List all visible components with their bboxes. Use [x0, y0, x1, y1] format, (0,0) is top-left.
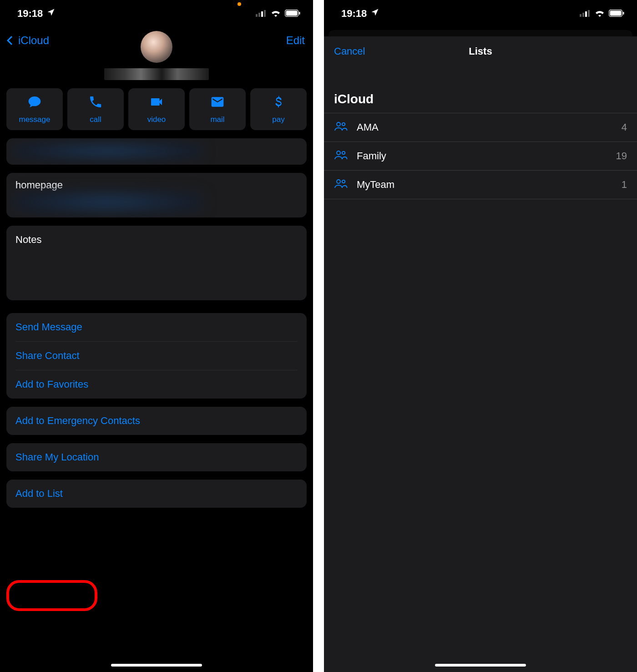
quick-actions-row: message call video mail pay [0, 88, 313, 130]
qa-label: mail [210, 115, 224, 124]
dollar-icon [271, 95, 286, 111]
recording-indicator-icon [238, 2, 241, 6]
svg-point-14 [337, 122, 340, 126]
phone-icon [88, 95, 103, 111]
notes-label: Notes [15, 234, 41, 245]
svg-rect-8 [582, 13, 584, 17]
redacted-field [6, 138, 307, 165]
back-label: iCloud [18, 34, 49, 47]
avatar[interactable] [141, 31, 172, 63]
home-indicator[interactable] [111, 664, 202, 667]
svg-point-17 [342, 152, 345, 154]
phone-contact-detail: 19:18 iCloud Edit [0, 0, 313, 672]
status-bar: 19:18 [0, 0, 313, 27]
homepage-value-redacted [12, 191, 203, 213]
send-message-button[interactable]: Send Message [6, 313, 307, 341]
pay-button[interactable]: pay [250, 88, 307, 130]
status-time: 19:18 [17, 8, 43, 20]
add-to-list-button[interactable]: Add to List [6, 480, 307, 508]
svg-rect-0 [256, 14, 258, 17]
qa-label: pay [272, 115, 284, 124]
svg-rect-3 [264, 10, 266, 17]
homepage-field[interactable]: homepage [6, 173, 307, 217]
battery-icon [609, 8, 624, 20]
mail-icon [210, 95, 225, 111]
svg-rect-1 [258, 13, 260, 17]
home-indicator[interactable] [435, 664, 526, 667]
message-icon [27, 95, 42, 111]
add-emergency-contact-button[interactable]: Add to Emergency Contacts [6, 407, 307, 435]
chevron-left-icon [7, 36, 16, 45]
wifi-icon [594, 8, 605, 20]
svg-rect-5 [286, 11, 298, 16]
list-item-label: MyTeam [357, 179, 612, 191]
location-arrow-icon [46, 8, 56, 20]
cellular-signal-icon [580, 8, 591, 20]
actions-group-1: Send Message Share Contact Add to Favori… [6, 313, 307, 399]
cellular-signal-icon [256, 8, 267, 20]
notes-field[interactable]: Notes [6, 226, 307, 300]
qa-label: call [90, 115, 101, 124]
message-button[interactable]: message [6, 88, 63, 130]
add-to-list-group: Add to List [6, 480, 307, 508]
sheet-header: Cancel Lists [324, 36, 637, 66]
group-icon [334, 179, 348, 191]
battery-icon [285, 8, 300, 20]
qa-label: message [19, 115, 51, 124]
status-bar: 19:18 [324, 0, 637, 27]
section-header-icloud: iCloud [324, 66, 637, 113]
call-button[interactable]: call [67, 88, 124, 130]
list-item-family[interactable]: Family 19 [324, 141, 637, 170]
wifi-icon [270, 8, 281, 20]
homepage-label: homepage [15, 179, 298, 191]
svg-point-16 [337, 151, 340, 155]
svg-point-19 [342, 180, 345, 183]
svg-rect-12 [610, 11, 622, 16]
share-location-group: Share My Location [6, 443, 307, 471]
list-item-label: Family [357, 150, 607, 162]
svg-rect-13 [623, 12, 624, 15]
status-time: 19:18 [341, 8, 367, 20]
share-my-location-button[interactable]: Share My Location [6, 443, 307, 471]
sheet-title: Lists [469, 45, 492, 57]
video-button[interactable]: video [128, 88, 185, 130]
svg-rect-6 [299, 12, 300, 15]
list-item-myteam[interactable]: MyTeam 1 [324, 170, 637, 199]
location-arrow-icon [370, 8, 379, 20]
back-button[interactable]: iCloud [8, 34, 49, 47]
video-icon [149, 95, 164, 111]
list-item-count: 1 [622, 179, 627, 191]
phone-lists-sheet: 19:18 Cancel Lists iCloud [324, 0, 637, 672]
list-item-count: 4 [622, 121, 627, 133]
edit-button[interactable]: Edit [286, 34, 305, 47]
svg-rect-7 [580, 14, 581, 17]
group-icon [334, 121, 348, 133]
svg-point-15 [342, 123, 345, 126]
emergency-group: Add to Emergency Contacts [6, 407, 307, 435]
cancel-button[interactable]: Cancel [334, 45, 365, 57]
contact-name-redacted [104, 68, 209, 80]
list-item-label: AMA [357, 121, 612, 133]
qa-label: video [147, 115, 166, 124]
lists-sheet: Cancel Lists iCloud AMA 4 Family 19 [324, 36, 637, 672]
group-icon [334, 150, 348, 162]
mail-button[interactable]: mail [189, 88, 246, 130]
svg-rect-2 [261, 11, 263, 17]
annotation-highlight [6, 580, 97, 611]
list-item-ama[interactable]: AMA 4 [324, 113, 637, 141]
svg-point-18 [337, 180, 340, 183]
list-item-count: 19 [616, 150, 627, 162]
svg-rect-10 [588, 10, 590, 17]
svg-rect-9 [585, 11, 587, 17]
share-contact-button[interactable]: Share Contact [6, 342, 307, 370]
add-to-favorites-button[interactable]: Add to Favorites [6, 370, 307, 399]
